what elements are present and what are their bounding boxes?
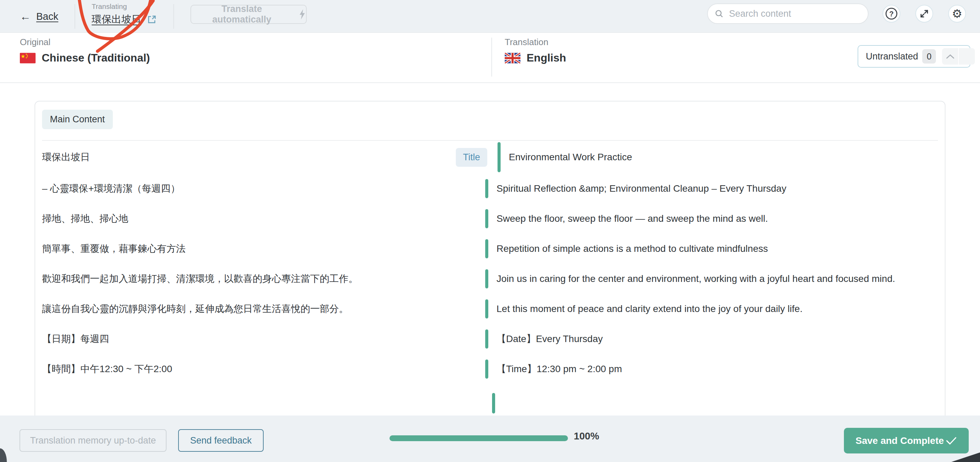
previous-item-button[interactable] [942,48,958,65]
checkmark-icon [945,437,957,445]
search-input[interactable] [729,8,852,19]
untranslated-filter[interactable]: Untranslated 0 [858,45,970,68]
search-bar[interactable] [707,3,869,24]
translation-language-block: Translation English [505,37,566,64]
target-text-field[interactable]: 【Date】Every Thursday [485,329,945,349]
target-text-field[interactable]: Join us in caring for the center and env… [485,269,945,288]
target-text-field[interactable]: Environmental Work Practice [498,142,945,172]
source-text: 簡單事、重覆做，藉事鍊心有方法 [35,242,456,255]
filter-label: Untranslated [866,51,918,62]
back-arrow-icon: ← [20,11,31,22]
progress-bar [390,435,568,441]
target-text-field[interactable]: Let this moment of peace and clarity ext… [485,299,945,319]
translation-label: Translation [505,37,566,48]
partial-translation-row [35,384,945,416]
next-item-button[interactable] [959,48,975,65]
source-text: 【日期】每週四 [35,332,456,346]
back-label: Back [36,11,58,22]
expand-arrows-icon [919,8,929,19]
translated-indicator-bar [485,359,488,379]
source-text: 歡迎和我們一起加入道場打掃、清潔環境，以歡喜的身心專注當下的工作。 [35,272,456,285]
translation-row: 歡迎和我們一起加入道場打掃、清潔環境，以歡喜的身心專注當下的工作。 Join u… [35,264,945,294]
translated-indicator-bar [485,269,488,288]
translation-row: 【日期】每週四 【Date】Every Thursday [35,324,945,354]
back-button[interactable]: ← Back [20,0,58,33]
help-button[interactable]: ? [883,5,900,22]
translation-row: 讓這份自我心靈的沉靜與淨化時刻，延伸成為您日常生活喜悅的一部分。 Let thi… [35,294,945,324]
divider [173,4,174,29]
translated-indicator-bar [485,299,488,319]
translation-memory-status-button: Translation memory up-to-date [19,429,167,452]
gear-icon: ⚙ [952,8,962,19]
source-text: 掃地、掃地、掃心地 [35,212,456,225]
progress-percent: 100% [574,430,599,442]
target-text: Let this moment of peace and clarity ext… [496,303,803,314]
target-text: Sweep the floor, sweep the floor — and s… [496,213,768,224]
external-link-icon[interactable] [147,14,157,25]
progress-fill [390,435,568,441]
source-text: 環保出坡日 [35,151,456,164]
target-text-field[interactable]: Sweep the floor, sweep the floor — and s… [485,209,945,228]
svg-text:?: ? [889,10,894,18]
settings-button[interactable]: ⚙ [948,5,966,22]
footer-bar: Translation memory up-to-date Send feedb… [0,416,980,462]
chevron-down-icon [963,54,972,59]
translated-indicator-bar [498,142,501,172]
target-text: 【Date】Every Thursday [496,332,603,346]
source-text: 【時間】中午12:30 ~ 下午2:00 [35,362,456,376]
original-language-block: Original Chinese (Traditional) [20,37,150,64]
uk-flag-icon [505,52,520,64]
main-content-card: Main Content 環保出坡日 Title Environmental W… [35,101,945,416]
target-text-field[interactable]: Repetition of simple actions is a method… [485,239,945,258]
document-title-block: Translating 環保出坡日 [92,2,157,26]
fullscreen-button[interactable] [915,5,933,22]
window-corner-artifact [0,448,7,462]
language-bar: Original Chinese (Traditional) Translati… [0,33,980,83]
translated-indicator-bar [485,209,488,228]
target-text: Repetition of simple actions is a method… [496,243,768,254]
top-bar: ← Back Translating 環保出坡日 Translate autom… [0,0,980,33]
section-chip: Main Content [42,110,113,129]
title-badge: Title [456,148,487,167]
filter-count-badge: 0 [922,49,936,64]
translation-row: – 心靈環保+環境清潔（每週四） Spiritual Reflection &a… [35,174,945,204]
translate-automatically-button[interactable]: Translate automatically [191,5,307,24]
translated-indicator-bar [492,393,495,413]
translation-row: 掃地、掃地、掃心地 Sweep the floor, sweep the flo… [35,204,945,234]
translated-indicator-bar [485,239,488,258]
translating-label: Translating [92,2,157,11]
cursor-artifact [951,452,980,462]
original-language-name: Chinese (Traditional) [42,52,150,64]
question-mark-icon: ? [885,7,898,20]
target-text-field[interactable]: 【Time】12:30 pm ~ 2:00 pm [485,359,945,379]
translation-row: 簡單事、重覆做，藉事鍊心有方法 Repetition of simple act… [35,234,945,264]
search-icon [715,9,724,18]
chevron-up-icon [946,54,955,59]
lightning-bolt-icon [299,9,306,19]
badge-slot: Title [456,148,498,167]
source-text: 讓這份自我心靈的沉靜與淨化時刻，延伸成為您日常生活喜悅的一部分。 [35,302,456,315]
translation-row: 【時間】中午12:30 ~ 下午2:00 【Time】12:30 pm ~ 2:… [35,354,945,384]
editor-content-area: Main Content 環保出坡日 Title Environmental W… [0,83,980,416]
original-label: Original [20,37,150,48]
translation-rows: 環保出坡日 Title Environmental Work Practice … [35,141,945,416]
document-title-link[interactable]: 環保出坡日 [92,13,141,26]
source-text: – 心靈環保+環境清潔（每週四） [35,182,456,195]
divider [492,38,492,76]
divider [75,4,75,29]
target-text: Environmental Work Practice [509,152,632,163]
china-flag-icon [20,52,35,64]
target-text-field[interactable]: Spiritual Reflection &amp; Environmental… [485,179,945,198]
send-feedback-button[interactable]: Send feedback [178,429,264,452]
save-and-complete-button[interactable]: Save and Complete [844,428,969,454]
translation-row: 環保出坡日 Title Environmental Work Practice [35,141,945,174]
target-text: Join us in caring for the center and env… [496,273,895,284]
target-text: 【Time】12:30 pm ~ 2:00 pm [496,362,622,376]
target-text: Spiritual Reflection &amp; Environmental… [496,183,786,194]
translation-language-name: English [527,52,566,64]
translated-indicator-bar [485,179,488,198]
translated-indicator-bar [485,329,488,349]
